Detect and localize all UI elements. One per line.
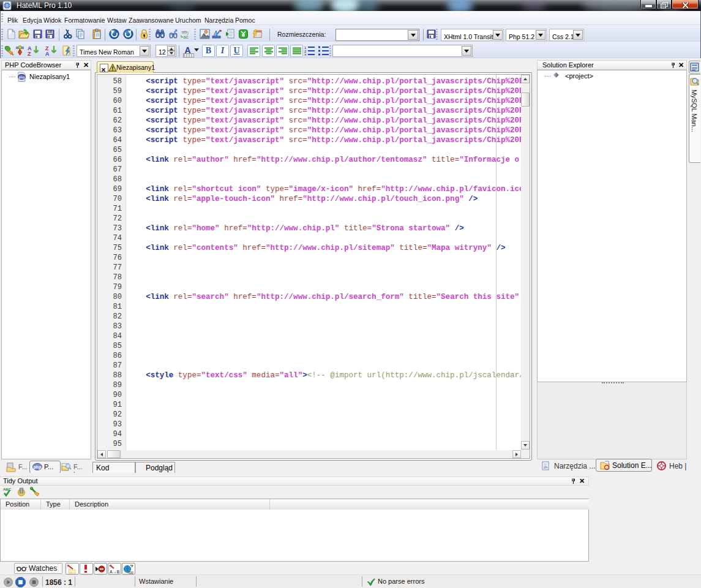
svg-text:Z: Z [28, 51, 31, 56]
svg-text:...: ... [69, 570, 72, 574]
svg-text:(0|0): (0|0) [128, 571, 133, 575]
svg-text:ch: ch [544, 466, 547, 469]
svg-text:A→B: A→B [110, 570, 119, 574]
svg-text:3: 3 [304, 53, 307, 56]
svg-text:A: A [45, 51, 50, 56]
svg-text:ac: ac [184, 34, 189, 39]
svg-text:AB: AB [48, 30, 53, 34]
svg-text:php: php [34, 465, 42, 470]
svg-text:php: php [18, 75, 25, 79]
